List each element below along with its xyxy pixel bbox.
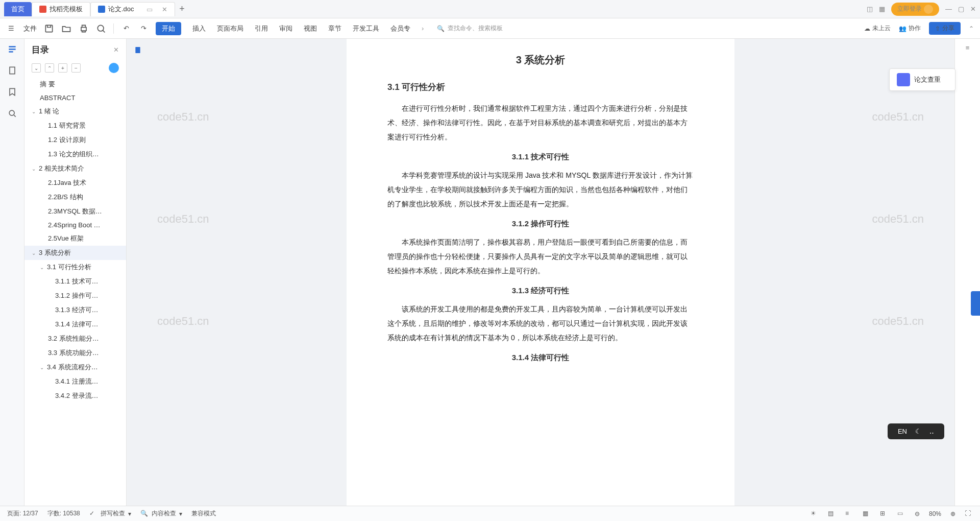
- toc-item[interactable]: 3.4.2 登录流…: [24, 389, 126, 403]
- brightness-icon[interactable]: ☀: [811, 510, 819, 518]
- menu-start[interactable]: 开始: [156, 22, 181, 35]
- toc-item[interactable]: 3.1.2 操作可…: [24, 289, 126, 303]
- menu-dev[interactable]: 开发工具: [353, 24, 379, 33]
- menu-layout[interactable]: 页面布局: [217, 24, 243, 33]
- menu-more-icon[interactable]: ›: [422, 25, 424, 32]
- collapse-all-icon[interactable]: ⌄: [32, 63, 41, 73]
- minimize-icon[interactable]: —: [945, 5, 952, 13]
- save-icon[interactable]: [44, 23, 54, 34]
- ime-indicator[interactable]: EN ☾ ‥: [888, 423, 944, 439]
- ribbon-toggle-icon[interactable]: ⌃: [969, 25, 974, 32]
- toc-item-active[interactable]: ⌄3 系统分析: [24, 246, 126, 260]
- people-icon: 👥: [899, 25, 906, 32]
- menu-member[interactable]: 会员专: [390, 24, 410, 33]
- cloud-status[interactable]: ☁未上云: [864, 24, 891, 33]
- menu-view[interactable]: 视图: [304, 24, 317, 33]
- menu-chapter[interactable]: 章节: [328, 24, 341, 33]
- search-rail-icon[interactable]: [7, 108, 17, 119]
- view-page-icon[interactable]: ▤: [828, 510, 836, 518]
- remove-heading-icon[interactable]: −: [71, 63, 81, 73]
- toc-item[interactable]: 2.4Spring Boot …: [24, 219, 126, 231]
- login-button[interactable]: 立即登录: [891, 3, 939, 16]
- right-panel: ≡ 论文查重: [954, 39, 980, 506]
- expand-all-icon[interactable]: ⌃: [45, 63, 54, 73]
- toc-item[interactable]: ⌄3.1 可行性分析: [24, 260, 126, 274]
- menu-bar: 开始 插入 页面布局 引用 审阅 视图 章节 开发工具 会员专 ›: [156, 22, 424, 35]
- toc-sync-icon[interactable]: [109, 63, 119, 73]
- close-window-icon[interactable]: ✕: [970, 5, 976, 13]
- view-focus-icon[interactable]: ▭: [897, 510, 905, 518]
- menu-insert[interactable]: 插入: [192, 24, 206, 33]
- zoom-level[interactable]: 80%: [929, 510, 941, 517]
- toc-item[interactable]: 1.3 论文的组织…: [24, 147, 126, 161]
- spell-check[interactable]: ✓拼写检查 ▾: [89, 509, 131, 518]
- avatar-icon: [924, 5, 933, 14]
- menu-review[interactable]: 审阅: [279, 24, 292, 33]
- zoom-in-icon[interactable]: ⊕: [950, 510, 955, 517]
- document-area[interactable]: code51.cn code51.cn code51.cn code51.cn …: [127, 39, 954, 506]
- fullscreen-icon[interactable]: ⛶: [965, 510, 973, 518]
- heading-2: 3 系统分析: [387, 53, 694, 67]
- toc-item[interactable]: 3.3 系统功能分…: [24, 346, 126, 360]
- toc-item[interactable]: 3.1.3 经济可…: [24, 303, 126, 317]
- add-heading-icon[interactable]: +: [58, 63, 67, 73]
- toc-item[interactable]: 1.2 设计原则: [24, 133, 126, 147]
- panel-toggle-icon[interactable]: ≡: [955, 39, 980, 57]
- ime-lang: EN: [898, 428, 907, 435]
- toc-item[interactable]: 3.4.1 注册流…: [24, 374, 126, 389]
- plagiarism-check-badge[interactable]: 论文查重: [889, 68, 955, 91]
- toc-item[interactable]: 1.1 研究背景: [24, 119, 126, 133]
- search-box[interactable]: 🔍 查找命令、搜索模板: [437, 24, 503, 33]
- menu-ref[interactable]: 引用: [255, 24, 268, 33]
- content-check[interactable]: 🔍内容检查 ▾: [140, 509, 182, 518]
- outline-icon[interactable]: [7, 44, 17, 54]
- toc-item[interactable]: 2.2B/S 结构: [24, 190, 126, 204]
- collab-button[interactable]: 👥协作: [899, 24, 921, 33]
- share-button[interactable]: ⇧ 分享: [929, 22, 961, 35]
- clipboard-icon[interactable]: [7, 65, 17, 76]
- apps-icon[interactable]: ▦: [879, 5, 885, 13]
- toc-item[interactable]: 2.3MYSQL 数据…: [24, 204, 126, 219]
- view-web-icon[interactable]: ▦: [863, 510, 871, 518]
- menu-icon[interactable]: ☰: [6, 23, 16, 34]
- file-menu[interactable]: 文件: [23, 24, 37, 33]
- toc-item[interactable]: 2.1Java 技术: [24, 176, 126, 190]
- tab-document[interactable]: 论文.doc▭✕: [90, 2, 175, 16]
- toc-item[interactable]: ⌄3.4 系统流程分…: [24, 360, 126, 374]
- tab-templates[interactable]: 找稻壳模板: [32, 2, 90, 16]
- toc-item[interactable]: ⌄1 绪 论: [24, 104, 126, 119]
- undo-icon[interactable]: ↶: [121, 23, 131, 34]
- view-read-icon[interactable]: ⊞: [880, 510, 888, 518]
- toc-item[interactable]: 2.5Vue 框架: [24, 231, 126, 246]
- close-tab-icon[interactable]: ✕: [162, 6, 167, 13]
- doc-icon: [39, 6, 46, 13]
- preview-icon[interactable]: [96, 23, 106, 34]
- page-header-icon[interactable]: [134, 46, 142, 54]
- zoom-out-icon[interactable]: ⊖: [915, 510, 920, 517]
- toc-item[interactable]: ⌄2 相关技术简介: [24, 161, 126, 176]
- toc-item[interactable]: 摘 要: [24, 77, 126, 91]
- paragraph: 在进行可行性分析时，我们通常根据软件工程里方法，通过四个方面来进行分析，分别是技…: [387, 101, 694, 144]
- print-icon[interactable]: [79, 23, 89, 34]
- toc-list: 摘 要 ABSTRACT ⌄1 绪 论 1.1 研究背景 1.2 设计原则 1.…: [24, 77, 126, 506]
- toc-item[interactable]: 3.1.4 法律可…: [24, 317, 126, 331]
- add-tab-button[interactable]: +: [175, 2, 189, 16]
- view-outline-icon[interactable]: ≡: [845, 510, 853, 518]
- side-drawer-tab[interactable]: [971, 291, 980, 316]
- compat-mode[interactable]: 兼容模式: [191, 509, 216, 518]
- close-sidebar-icon[interactable]: ✕: [113, 46, 119, 54]
- paragraph: 该系统的开发工具使用的都是免费的开发工具，且内容较为简单，一台计算机便可以开发出…: [387, 302, 694, 345]
- tab-home[interactable]: 首页: [4, 2, 32, 16]
- layout-icon[interactable]: ◫: [867, 5, 873, 13]
- page-indicator[interactable]: 页面: 12/37: [7, 509, 38, 518]
- redo-icon[interactable]: ↷: [138, 23, 149, 34]
- tab-window-icon[interactable]: ▭: [144, 4, 155, 14]
- watermark: code51.cn: [872, 212, 924, 226]
- toc-item[interactable]: ABSTRACT: [24, 91, 126, 104]
- toc-item[interactable]: 3.2 系统性能分…: [24, 331, 126, 346]
- toc-item[interactable]: 3.1.1 技术可…: [24, 274, 126, 289]
- bookmark-icon[interactable]: [7, 87, 17, 97]
- folder-icon[interactable]: [61, 23, 71, 34]
- word-count[interactable]: 字数: 10538: [47, 509, 80, 518]
- maximize-icon[interactable]: ▢: [958, 5, 964, 13]
